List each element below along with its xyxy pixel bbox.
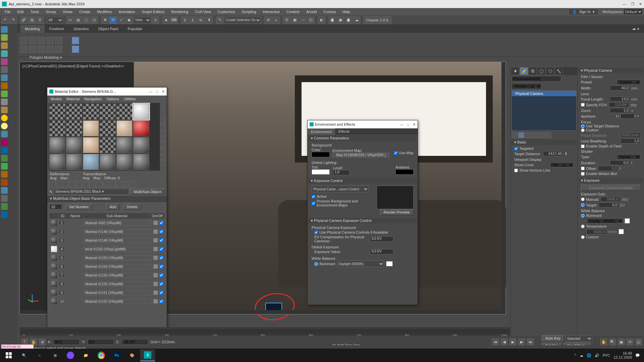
submat-swatch[interactable]	[51, 263, 57, 270]
mod-btn[interactable]	[545, 132, 551, 138]
level-spinner[interactable]: 1,0	[333, 170, 350, 175]
ribbon-btn[interactable]	[46, 46, 54, 53]
mat-menu-modes[interactable]: Modes	[49, 97, 64, 101]
submat-id[interactable]: 7	[59, 273, 65, 278]
mat-side-btn[interactable]	[160, 124, 165, 130]
ribbon-btn[interactable]	[20, 46, 28, 53]
material-sample[interactable]	[83, 120, 99, 136]
ribbon-btn[interactable]	[72, 46, 79, 53]
tray-chevron-icon[interactable]: ^	[575, 353, 576, 357]
close-button[interactable]: ✕	[639, 2, 642, 6]
tool-icon[interactable]	[1, 34, 8, 41]
target-ev-input[interactable]: 6,0	[599, 202, 619, 207]
submat-onoff[interactable]	[159, 247, 163, 251]
submat-id[interactable]: 9	[59, 290, 65, 295]
material-sample[interactable]	[133, 154, 149, 170]
targeted-checkbox[interactable]: Targeted	[514, 146, 574, 150]
offset-checkbox[interactable]: Offset:	[581, 167, 597, 171]
render-setup-button[interactable]: 🍵	[329, 16, 336, 24]
mirror-button[interactable]: ⇄	[264, 16, 272, 24]
ribbon-btn[interactable]	[38, 37, 45, 44]
menu-animation[interactable]: Animation	[115, 8, 139, 15]
refcoord-dropdown[interactable]: View	[133, 17, 151, 23]
basic-rollout-header[interactable]: ▾ Basic	[512, 139, 577, 145]
ambient-swatch[interactable]	[395, 169, 414, 175]
exposure-control-dropdown[interactable]: Physical Came…osure Control	[312, 186, 369, 192]
task-view-button[interactable]: ⊞	[48, 349, 62, 361]
unlink-button[interactable]: ⛓	[28, 16, 36, 24]
preset-dropdown[interactable]: Custom	[616, 79, 641, 85]
material-sample[interactable]	[100, 104, 116, 120]
search-button[interactable]: 🔍	[17, 349, 32, 361]
custom-focus-radio[interactable]: Custom	[581, 128, 641, 132]
nav-orbit-button[interactable]: ⟳	[627, 339, 633, 345]
align-button[interactable]: ≡	[272, 16, 280, 24]
mat-titlebar[interactable]: Material Editor - Siemens BF634LG... —□✕	[47, 87, 167, 96]
target-distance-input[interactable]: 6417,49	[543, 151, 563, 156]
submat-onoff[interactable]	[159, 273, 163, 277]
tray-volume-icon[interactable]: 🔊	[595, 353, 599, 358]
submat-id[interactable]: 1	[59, 221, 65, 225]
submat-color[interactable]	[153, 290, 158, 295]
material-sample[interactable]	[83, 104, 99, 120]
process-bg-checkbox[interactable]: Process Background and Environment Maps	[312, 199, 369, 207]
tab-modeling[interactable]: Modeling	[20, 25, 45, 33]
tool-icon[interactable]	[1, 211, 8, 218]
menu-tools[interactable]: Tools	[27, 8, 43, 15]
menu-content[interactable]: Content	[283, 8, 303, 15]
delete-button[interactable]: Delete	[123, 204, 141, 210]
tool-icon[interactable]	[1, 99, 8, 105]
custom-wb-radio[interactable]: Custom	[581, 235, 599, 239]
auto-key-button[interactable]: Auto Key	[542, 335, 564, 342]
material-sample[interactable]	[49, 137, 65, 153]
show-cone-dropdown[interactable]: Wh…ed	[550, 162, 574, 168]
zoom-input[interactable]: 1,0	[610, 108, 630, 113]
submat-onoff[interactable]	[159, 221, 163, 225]
material-sample-selected[interactable]	[133, 104, 149, 120]
light-icon[interactable]	[1, 123, 8, 129]
editnamed-button[interactable]: ✎	[216, 16, 223, 24]
ribbon-btn[interactable]	[55, 46, 62, 53]
rotate-button[interactable]: ⟳	[109, 16, 117, 24]
ribbon-btn[interactable]	[29, 46, 36, 53]
submat-button[interactable]: Material #1153 (VRayMtl)	[84, 255, 152, 260]
submat-swatch[interactable]	[51, 220, 57, 226]
tool-icon[interactable]	[1, 195, 8, 202]
mat-tb-btn[interactable]	[116, 181, 122, 187]
scale-button[interactable]: ⤢	[117, 16, 125, 24]
manip-button[interactable]: ◈	[162, 16, 170, 24]
mat-menu-options[interactable]: Options	[104, 97, 121, 101]
cortana-button[interactable]: ○	[32, 349, 47, 361]
goto-start-button[interactable]: ⏮	[492, 339, 499, 345]
material-sample[interactable]	[116, 137, 132, 153]
nav-fov-button[interactable]: ▣	[618, 339, 625, 345]
signin-button[interactable]: 👤 Sign In ▾	[569, 9, 598, 15]
pivot-button[interactable]: ⊙	[152, 16, 159, 24]
menu-create[interactable]: Create	[76, 8, 94, 15]
taskbar-app[interactable]: 🎨	[125, 349, 140, 361]
temp-swatch[interactable]	[619, 229, 624, 234]
active-checkbox[interactable]: Active	[312, 194, 377, 198]
submat-id[interactable]: 10	[59, 299, 65, 304]
toggle-ribbon-button[interactable]: ▦	[291, 16, 299, 24]
submat-swatch[interactable]	[51, 272, 57, 279]
mat-tb-btn[interactable]	[90, 181, 96, 187]
snap-button[interactable]: 3	[181, 16, 189, 24]
submat-swatch[interactable]	[51, 281, 57, 287]
material-sample[interactable]	[49, 120, 65, 136]
prev-frame-button[interactable]: ◀	[501, 339, 507, 345]
link-button[interactable]: 🔗	[20, 16, 28, 24]
env-max-button[interactable]: □	[407, 122, 409, 127]
submat-id[interactable]: 4	[59, 247, 65, 251]
submat-color[interactable]	[153, 238, 158, 243]
material-sample[interactable]	[100, 137, 116, 153]
submat-id[interactable]: 6	[59, 264, 65, 269]
illuminant-dropdown[interactable]: Daylight (6500K)	[337, 260, 384, 267]
mat-tb-btn[interactable]	[130, 181, 136, 187]
material-sample[interactable]	[116, 104, 132, 120]
mat-side-btn[interactable]	[160, 118, 165, 124]
xyz-icon[interactable]: ⊕	[39, 339, 46, 345]
object-name-input[interactable]	[512, 76, 561, 82]
tool-icon[interactable]	[1, 58, 8, 65]
submat-color[interactable]	[153, 299, 158, 304]
